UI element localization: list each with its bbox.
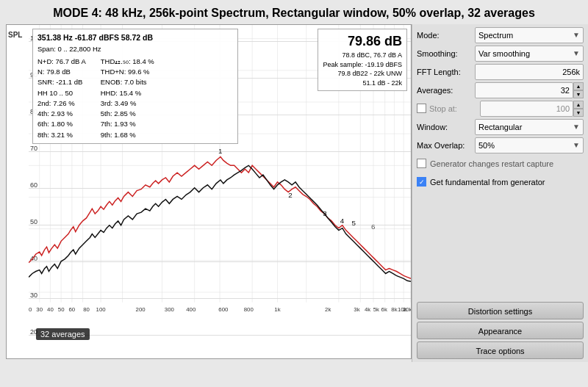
averages-label: 32 averages <box>36 328 90 340</box>
window-label: Window: <box>417 123 472 131</box>
stats-snr: SNR: -21.1 dB <box>37 77 86 87</box>
measure-line3: 79.8 dB22 - 22k UNW <box>323 69 402 79</box>
overlap-dropdown[interactable]: 50% ▼ <box>475 137 584 153</box>
fundamental-row: ✓ Get fundamental from generator <box>417 174 584 190</box>
averages-value: 32 <box>561 86 570 95</box>
smoothing-dropdown-arrow: ▼ <box>573 49 580 57</box>
stats-header: 351.38 Hz -61.87 dBFS 58.72 dB <box>37 32 233 44</box>
smoothing-dropdown[interactable]: Var smoothing ▼ <box>475 46 584 62</box>
svg-text:100: 100 <box>96 306 107 313</box>
svg-text:50: 50 <box>58 306 65 313</box>
averages-row: Averages: 32 ▲ ▼ <box>417 82 584 98</box>
fft-label: FFT Length: <box>417 68 472 76</box>
stats-thd: THD₄₂.₅₀: 18.4 % <box>101 57 154 67</box>
svg-text:800: 800 <box>244 306 254 313</box>
window-value: Rectangular <box>478 123 522 131</box>
stop-at-checkbox[interactable] <box>417 104 426 113</box>
stats-hh: HH 10 .. 50 <box>37 88 86 98</box>
svg-text:3k: 3k <box>354 306 359 313</box>
svg-text:4: 4 <box>340 217 345 225</box>
svg-text:2: 2 <box>288 191 292 199</box>
averages-panel-label: Averages: <box>417 86 472 95</box>
stop-at-input[interactable]: 100 <box>480 101 573 117</box>
svg-text:1k: 1k <box>274 306 280 313</box>
averages-input[interactable]: 32 <box>475 82 573 98</box>
svg-text:1: 1 <box>218 146 222 154</box>
fft-input[interactable]: 256k <box>475 64 584 80</box>
stats-6th: 6th: 1.80 % <box>37 119 86 129</box>
svg-text:400: 400 <box>186 306 196 313</box>
svg-text:6: 6 <box>371 222 376 230</box>
stats-box: 351.38 Hz -61.87 dBFS 58.72 dB Span: 0 .… <box>32 29 238 144</box>
stats-8th: 8th: 3.21 % <box>37 130 86 140</box>
svg-text:8k: 8k <box>391 306 397 313</box>
stats-hhd: HHD: 15.4 % <box>101 88 154 98</box>
stats-n: N: 79.8 dB <box>37 67 86 77</box>
stop-at-spin-down[interactable]: ▼ <box>573 109 584 117</box>
stats-7th: 7th: 1.93 % <box>101 119 154 129</box>
svg-text:600: 600 <box>218 306 229 313</box>
gen-restart-label: Generator changes restart capture <box>430 159 553 168</box>
smoothing-label: Smoothing: <box>417 49 472 58</box>
svg-text:3: 3 <box>323 209 327 217</box>
fft-row: FFT Length: 256k <box>417 64 584 80</box>
measure-main: 79.86 dB <box>323 32 402 51</box>
svg-text:40: 40 <box>47 306 54 313</box>
mode-dropdown[interactable]: Spectrum ▼ <box>475 27 584 43</box>
mode-label: Mode: <box>417 31 472 40</box>
stats-9th: 9th: 1.68 % <box>101 130 154 140</box>
stats-4th: 4th: 2.93 % <box>37 109 86 119</box>
window-row: Window: Rectangular ▼ <box>417 119 584 135</box>
svg-text:4k: 4k <box>365 306 370 313</box>
fundamental-label: Get fundamental from generator <box>430 178 545 187</box>
smoothing-value: Var smoothing <box>478 49 530 58</box>
fft-value: 256k <box>562 68 580 76</box>
svg-text:30: 30 <box>36 306 43 313</box>
stop-at-label: Stop at: <box>429 104 477 113</box>
distortion-settings-button[interactable]: Distortion settings <box>417 302 584 319</box>
svg-text:200: 200 <box>136 306 146 313</box>
svg-text:20kHz: 20kHz <box>403 306 411 313</box>
window-dropdown-arrow: ▼ <box>573 123 580 131</box>
mode-value: Spectrum <box>478 31 513 40</box>
appearance-button[interactable]: Appearance <box>417 322 584 339</box>
stats-nd: N+D: 76.7 dB A <box>37 57 86 67</box>
overlap-dropdown-arrow: ▼ <box>573 141 580 149</box>
measure-line2: Peak sample: -19.19 dBFS <box>323 60 402 70</box>
averages-spinner[interactable]: ▲ ▼ <box>573 82 584 98</box>
stats-3rd: 3rd: 3.49 % <box>101 98 154 109</box>
page-title: MODE 4: 48 kHz, 256k-point Spectrum, Rec… <box>0 0 588 24</box>
overlap-row: Max Overlap: 50% ▼ <box>417 137 584 153</box>
measure-line4: 51.1 dB - 22k <box>323 79 402 88</box>
svg-text:60: 60 <box>69 306 76 313</box>
gen-restart-checkbox[interactable] <box>417 159 426 168</box>
window-dropdown[interactable]: Rectangular ▼ <box>475 119 584 135</box>
overlap-label: Max Overlap: <box>417 141 472 150</box>
measure-box: 79.86 dB 78.8 dBC, 76.7 dB A Peak sample… <box>318 29 407 92</box>
stats-2nd: 2nd: 7.26 % <box>37 98 86 109</box>
svg-text:5k: 5k <box>373 306 379 313</box>
stop-at-row: Stop at: 100 ▲ ▼ <box>417 101 584 117</box>
stop-at-spin-up[interactable]: ▲ <box>573 101 584 109</box>
stop-at-spinner[interactable]: ▲ ▼ <box>573 101 584 117</box>
trace-options-button[interactable]: Trace options <box>417 341 584 359</box>
stats-span: Span: 0 .. 22,800 Hz <box>37 44 233 54</box>
y-axis-label: SPL <box>8 31 22 39</box>
chart-area: SPL 100 90 80 70 60 50 40 30 20 <box>6 24 412 359</box>
svg-text:2k: 2k <box>325 306 331 313</box>
chart-and-panel: SPL 100 90 80 70 60 50 40 30 20 <box>0 24 588 362</box>
spacer <box>417 192 584 300</box>
stats-thdn: THD+N: 99.6 % <box>101 67 154 77</box>
smoothing-row: Smoothing: Var smoothing ▼ <box>417 46 584 62</box>
fundamental-checkbox[interactable]: ✓ <box>417 177 426 187</box>
averages-spin-up[interactable]: ▲ <box>573 82 584 90</box>
svg-text:6k: 6k <box>381 306 387 313</box>
mode-dropdown-arrow: ▼ <box>573 31 580 39</box>
mode-row: Mode: Spectrum ▼ <box>417 27 584 43</box>
stats-enob: ENOB: 7.0 bits <box>101 77 154 87</box>
averages-spin-down[interactable]: ▼ <box>573 90 584 98</box>
stats-5th: 5th: 2.85 % <box>101 109 154 119</box>
measure-line1: 78.8 dBC, 76.7 dB A <box>323 51 402 60</box>
overlap-value: 50% <box>478 141 495 150</box>
right-panel: Mode: Spectrum ▼ Smoothing: Var smoothin… <box>412 24 588 362</box>
